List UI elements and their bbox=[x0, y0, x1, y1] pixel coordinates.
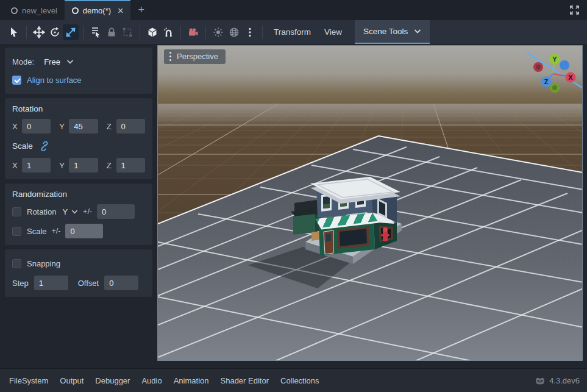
scale-tool-button[interactable] bbox=[63, 24, 79, 40]
toolbar-separator bbox=[140, 26, 140, 39]
randomize-scale-label: Scale bbox=[27, 227, 47, 236]
align-to-surface-checkbox[interactable] bbox=[12, 76, 21, 85]
godot-editor-window: new_level demo(*) × + bbox=[0, 0, 587, 392]
scene-tab-bar: new_level demo(*) × + bbox=[0, 0, 587, 20]
select-tool-button[interactable] bbox=[6, 24, 22, 40]
scene-tools-menu[interactable]: Scene Tools bbox=[355, 20, 430, 44]
scale-icon bbox=[65, 26, 77, 38]
random-axis-dropdown[interactable]: Y bbox=[62, 207, 78, 216]
step-label: Step bbox=[12, 279, 29, 288]
expand-window-button[interactable] bbox=[562, 0, 587, 20]
scale-z-input[interactable]: 1 bbox=[116, 158, 145, 173]
bottom-tab-output[interactable]: Output bbox=[59, 374, 84, 388]
group-selected-button[interactable] bbox=[119, 24, 135, 40]
tab-label: demo(*) bbox=[83, 6, 111, 15]
selection-list-button[interactable] bbox=[88, 24, 104, 40]
kebab-menu-icon bbox=[244, 26, 256, 38]
mode-dropdown[interactable]: Free bbox=[44, 57, 74, 66]
main-area: Mode: Free Align to surface Rotation bbox=[0, 44, 587, 368]
scale-title: Scale bbox=[12, 141, 33, 151]
extra-options-button[interactable] bbox=[242, 24, 258, 40]
bottom-tab-shader-editor[interactable]: Shader Editor bbox=[220, 374, 270, 388]
scale-x-input[interactable]: 1 bbox=[22, 158, 51, 173]
version-label: 4.3.dev6 bbox=[549, 376, 580, 385]
scene-icon bbox=[72, 7, 79, 14]
scene-tools-panel: Mode: Free Align to surface Rotation bbox=[0, 44, 157, 368]
snapping-checkbox[interactable] bbox=[12, 259, 21, 268]
bottom-tab-filesystem[interactable]: FileSystem bbox=[9, 374, 49, 388]
rotation-x-input[interactable]: 0 bbox=[22, 119, 51, 134]
godot-logo-icon bbox=[535, 377, 545, 385]
randomize-scale-checkbox[interactable] bbox=[12, 227, 21, 236]
axis-z-ball-label: Z bbox=[544, 78, 549, 85]
rotate-icon bbox=[49, 26, 61, 38]
expand-icon bbox=[569, 5, 580, 15]
add-scene-tab-button[interactable]: + bbox=[130, 0, 152, 20]
offset-input[interactable]: 0 bbox=[104, 276, 138, 290]
randomization-title: Randomization bbox=[12, 190, 145, 199]
axis-x-label: X bbox=[12, 122, 18, 131]
local-space-button[interactable] bbox=[144, 24, 160, 40]
scene-canvas[interactable]: Y Z X bbox=[158, 46, 583, 361]
projection-label: Perspective bbox=[177, 52, 218, 61]
plus-minus-label: +/- bbox=[83, 207, 92, 216]
transform-menu[interactable]: Transform bbox=[267, 24, 318, 40]
tabbar-spacer bbox=[152, 0, 562, 20]
snapping-label: Snapping bbox=[27, 259, 60, 268]
axis-y-label: Y bbox=[59, 122, 65, 131]
link-scale-icon[interactable] bbox=[39, 141, 49, 151]
3d-viewport[interactable]: Perspective bbox=[157, 45, 583, 361]
chevron-down-icon bbox=[66, 60, 74, 64]
toggle-sun-button[interactable] bbox=[210, 24, 226, 40]
mode-value: Free bbox=[44, 57, 60, 66]
rotation-title: Rotation bbox=[12, 104, 145, 113]
tab-new-level[interactable]: new_level bbox=[4, 0, 65, 20]
axis-y-label: Y bbox=[59, 161, 65, 170]
scale-y-input[interactable]: 1 bbox=[69, 158, 98, 173]
random-rotation-input[interactable]: 0 bbox=[97, 204, 135, 219]
bottom-panel-bar: FileSystem Output Debugger Audio Animati… bbox=[0, 368, 587, 392]
list-select-icon bbox=[90, 26, 102, 38]
preview-camera-button[interactable] bbox=[185, 24, 201, 40]
toolbar-separator bbox=[205, 26, 206, 39]
drag-handle-icon bbox=[169, 52, 171, 61]
mode-section: Mode: Free Align to surface bbox=[5, 48, 152, 94]
lock-selected-button[interactable] bbox=[104, 24, 119, 40]
scene-icon bbox=[11, 7, 18, 14]
perspective-menu[interactable]: Perspective bbox=[164, 49, 226, 64]
magnet-icon bbox=[162, 26, 174, 38]
close-icon[interactable]: × bbox=[118, 6, 123, 16]
chevron-down-icon bbox=[71, 210, 78, 214]
snap-object-button[interactable] bbox=[160, 24, 176, 40]
toggle-environment-button[interactable] bbox=[226, 24, 242, 40]
axis-y-ball-label: Y bbox=[552, 55, 557, 63]
select-cursor-icon bbox=[8, 26, 20, 38]
toolbar-separator bbox=[83, 26, 84, 39]
rotation-y-input[interactable]: 45 bbox=[69, 119, 98, 134]
lock-icon bbox=[105, 26, 118, 38]
bottom-tab-animation[interactable]: Animation bbox=[173, 374, 210, 388]
bottom-tab-collections[interactable]: Collections bbox=[280, 374, 320, 388]
scene-tools-label: Scene Tools bbox=[363, 27, 408, 36]
tab-demo[interactable]: demo(*) × bbox=[65, 0, 131, 20]
spatial-toolbar: Transform View Scene Tools bbox=[0, 20, 587, 44]
bottom-tab-audio[interactable]: Audio bbox=[141, 374, 162, 388]
align-to-surface-label: Align to surface bbox=[27, 76, 82, 85]
view-menu[interactable]: View bbox=[318, 24, 349, 40]
move-icon bbox=[33, 26, 45, 38]
camera-icon bbox=[187, 26, 199, 38]
random-scale-input[interactable]: 0 bbox=[65, 224, 103, 238]
sun-icon bbox=[212, 26, 224, 38]
offset-label: Offset bbox=[78, 279, 99, 288]
mode-label: Mode: bbox=[12, 57, 34, 66]
rotate-tool-button[interactable] bbox=[47, 24, 63, 40]
randomize-rotation-checkbox[interactable] bbox=[12, 207, 21, 216]
toolbar-separator bbox=[26, 26, 27, 39]
random-axis-value: Y bbox=[62, 207, 68, 216]
move-tool-button[interactable] bbox=[31, 24, 47, 40]
rotation-z-input[interactable]: 0 bbox=[116, 119, 145, 134]
step-input[interactable]: 1 bbox=[34, 276, 68, 290]
axis-z-label: Z bbox=[107, 161, 112, 170]
horizon-fog bbox=[158, 104, 583, 129]
bottom-tab-debugger[interactable]: Debugger bbox=[94, 374, 130, 388]
